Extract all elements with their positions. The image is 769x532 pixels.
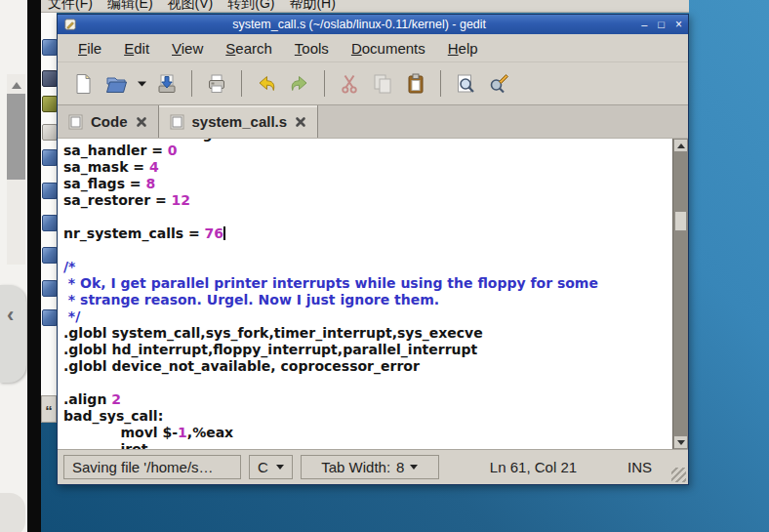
redo-button[interactable] [284,68,315,100]
gedit-window: system_call.s (~/oslab/linux-0.11/kernel… [57,14,689,485]
insert-mode-indicator: INS [627,459,652,475]
outer-menu-item[interactable]: 文件(F) [48,0,93,13]
code-line: movl $-1,%eax [63,425,668,441]
find-button[interactable] [450,68,481,100]
tab-code[interactable]: Code [58,105,159,138]
save-icon [155,72,179,96]
document-icon [42,39,57,56]
save-button[interactable] [151,68,182,100]
title-bar[interactable]: system_call.s (~/oslab/linux-0.11/kernel… [58,15,688,34]
document-icon [170,114,184,130]
quote-button[interactable]: “ [41,395,57,423]
document-icon [42,215,57,231]
scrollbar-thumb[interactable] [674,211,687,231]
language-value: C [258,459,268,475]
copy-button[interactable] [367,68,398,100]
find-replace-icon [487,72,510,96]
video-letterbox-bar [27,0,41,532]
code-text: # offsets within sigactionsa_handler = 0… [63,139,668,449]
tab-bar: Codesystem_call.s [58,105,688,139]
code-line: /* [63,259,668,275]
gedit-app-icon [63,18,77,31]
cut-button[interactable] [334,68,365,100]
underlying-icon-strip [41,13,57,423]
triangle-up-icon [677,143,685,148]
code-line: .globl hd_interrupt,floppy_interrupt,par… [63,342,668,358]
resize-grip[interactable] [671,468,686,482]
tab-width-value: 8 [396,459,404,475]
close-tab-icon[interactable] [295,116,306,128]
tab-width-combo[interactable]: Tab Width: 8 [301,455,439,479]
print-button[interactable] [201,68,232,100]
menu-edit[interactable]: Edit [115,38,158,59]
code-line: sa_restorer = 12 [63,192,668,209]
code-line: sa_flags = 8 [63,176,668,192]
code-line [63,375,668,391]
document-icon [42,124,57,141]
toolbar-separator [324,70,325,97]
tab-system-call-s[interactable]: system_call.s [159,105,319,138]
menu-view[interactable]: View [163,38,212,59]
maximize-button[interactable]: □ [658,20,665,30]
scroll-up-button[interactable] [673,139,688,152]
undo-button[interactable] [251,68,282,100]
outer-menu-item[interactable]: 编辑(E) [107,0,153,13]
code-line: .align 2 [63,391,668,408]
menu-help[interactable]: Help [439,38,487,59]
toolbar-separator [241,70,242,97]
text-cursor [223,226,225,240]
code-line: * Ok, I get parallel printer interrupts … [63,275,668,292]
close-button[interactable]: × [675,19,682,30]
find-replace-button[interactable] [483,68,514,100]
language-combo[interactable]: C [249,455,293,479]
scroll-up-icon[interactable] [12,82,21,89]
menu-file[interactable]: File [69,38,110,59]
tab-label: system_call.s [192,113,288,130]
outer-menu-item[interactable]: 视图(V) [168,0,214,13]
menu-documents[interactable]: Documents [343,38,434,59]
close-tab-icon[interactable] [136,116,147,128]
code-line: sa_handler = 0 [63,143,668,159]
minimize-button[interactable]: – [641,20,647,30]
editor-area[interactable]: # offsets within sigactionsa_handler = 0… [58,139,688,449]
tab-width-label: Tab Width: [321,459,390,475]
editor-scrollbar[interactable] [672,139,688,449]
open-button[interactable] [101,68,132,100]
left-scrollbar-thumb[interactable] [7,94,25,180]
quote-icon: “ [45,402,53,419]
undo-icon [255,72,278,96]
document-icon [42,70,57,87]
menu-tools[interactable]: Tools [286,38,338,59]
toolbar-separator [191,70,192,97]
new-document-button[interactable] [67,68,99,100]
document-icon [42,149,57,166]
document-icon [68,114,83,130]
paste-button[interactable] [400,68,431,100]
menu-search[interactable]: Search [217,38,281,59]
status-bar: Saving file '/home/s… C Tab Width: 8 Ln … [58,449,688,484]
document-icon [42,247,57,264]
open-dropdown-icon [137,80,147,88]
code-line: bad_sys_call: [63,408,668,425]
status-message: Saving file '/home/s… [63,455,241,479]
code-line: * strange reason. Urgel. Now I just igno… [63,292,668,308]
copy-icon [371,72,394,96]
chevron-down-icon [276,465,284,470]
scroll-down-button[interactable] [673,435,688,449]
paste-icon [404,72,427,96]
code-line [63,242,668,259]
cut-icon [338,72,361,96]
outer-menu-item[interactable]: 帮助(H) [289,0,335,13]
document-icon [42,309,57,326]
player-back-overlay[interactable]: ‹ [0,285,26,383]
underlying-app-panel [0,0,27,532]
chevron-left-icon: ‹ [7,303,14,328]
toolbar-separator [440,70,441,97]
outer-app-menubar: 文件(F)编辑(E)视图(V)转到(G)帮助(H) [41,0,689,13]
outer-menu-item[interactable]: 转到(G) [227,0,274,13]
open-dropdown-button[interactable] [134,68,149,100]
find-icon [454,72,477,96]
print-icon [205,72,228,96]
code-line: .globl system_call,sys_fork,timer_interr… [63,325,668,342]
tab-label: Code [91,113,128,130]
